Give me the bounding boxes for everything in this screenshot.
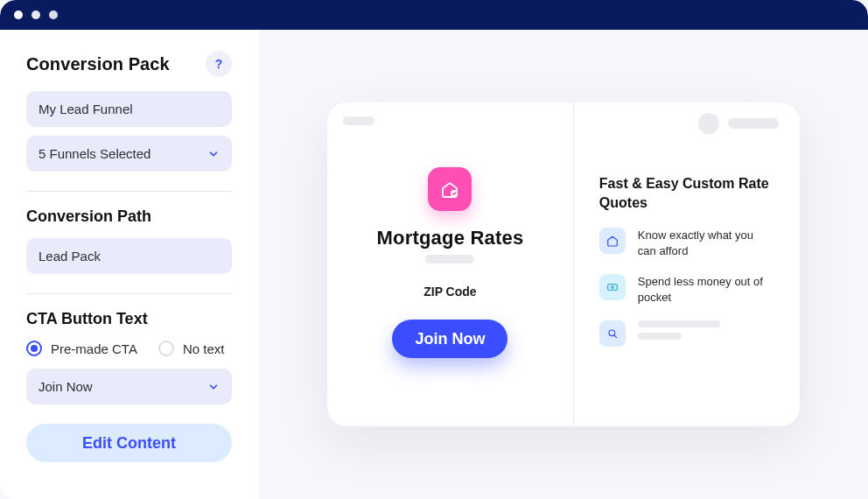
feature-badge [428, 167, 472, 211]
cta-select[interactable]: Join Now [26, 369, 232, 404]
radio-premade-cta[interactable]: Pre-made CTA [26, 341, 137, 356]
radio-label: Pre-made CTA [51, 341, 137, 356]
preview-heading: Fast & Easy Custom Rate Quotes [599, 174, 774, 212]
radio-indicator-icon [26, 341, 42, 356]
search-icon [599, 320, 626, 347]
cta-select-label: Join Now [38, 379, 93, 394]
preview-card: Mortgage Rates ZIP Code Join Now Fast & … [327, 102, 800, 426]
section-title: CTA Button Text [26, 310, 232, 328]
preview-stage: Mortgage Rates ZIP Code Join Now Fast & … [259, 30, 868, 499]
section-conversion-pack-header: Conversion Pack ? [26, 51, 232, 77]
skeleton-line [638, 320, 720, 327]
path-input[interactable] [26, 238, 232, 274]
preview-sublabel: ZIP Code [424, 285, 476, 299]
house-icon [599, 228, 626, 254]
help-icon: ? [215, 57, 223, 71]
radio-no-text[interactable]: No text [158, 341, 225, 356]
chevron-down-icon [207, 148, 220, 160]
funnels-select[interactable]: 5 Funnels Selected [26, 136, 232, 172]
help-button[interactable]: ? [206, 51, 232, 77]
benefit-text: Spend less money out of pocket [638, 274, 769, 305]
window-control-dot[interactable] [32, 11, 40, 19]
benefit-text [638, 320, 720, 340]
preview-cta-button[interactable]: Join Now [392, 320, 508, 358]
svg-point-2 [611, 286, 613, 289]
benefit-item: Spend less money out of pocket [599, 274, 784, 305]
window-control-dot[interactable] [14, 11, 23, 19]
radio-indicator-icon [158, 341, 174, 356]
funnels-select-label: 5 Funnels Selected [38, 146, 150, 161]
button-label: Edit Content [82, 434, 176, 453]
money-icon [599, 274, 626, 300]
button-label: Join Now [415, 330, 485, 348]
section-title: Conversion Pack [26, 54, 170, 74]
radio-label: No text [183, 341, 225, 356]
preview-left: Mortgage Rates ZIP Code Join Now [327, 102, 573, 426]
window-control-dot[interactable] [49, 11, 58, 19]
svg-rect-1 [607, 285, 617, 291]
benefit-text: Know exactly what you can afford [638, 228, 769, 258]
pack-name-input[interactable] [26, 91, 232, 127]
titlebar [0, 0, 868, 30]
section-title: Conversion Path [26, 207, 232, 226]
home-check-icon [439, 179, 460, 200]
cta-radio-group: Pre-made CTA No text [26, 341, 232, 356]
edit-content-button[interactable]: Edit Content [26, 424, 232, 462]
divider [26, 191, 232, 192]
benefit-item: Know exactly what you can afford [599, 228, 784, 258]
divider [26, 293, 232, 294]
skeleton-line [638, 333, 682, 340]
skeleton-subtitle [425, 255, 474, 264]
chevron-down-icon [207, 381, 220, 393]
sidebar: Conversion Pack ? 5 Funnels Selected Con… [0, 30, 259, 499]
benefit-item [599, 320, 784, 347]
app-frame: Conversion Pack ? 5 Funnels Selected Con… [0, 30, 868, 499]
preview-title: Mortgage Rates [376, 227, 523, 249]
preview-right: Fast & Easy Custom Rate Quotes Know exac… [573, 102, 800, 426]
